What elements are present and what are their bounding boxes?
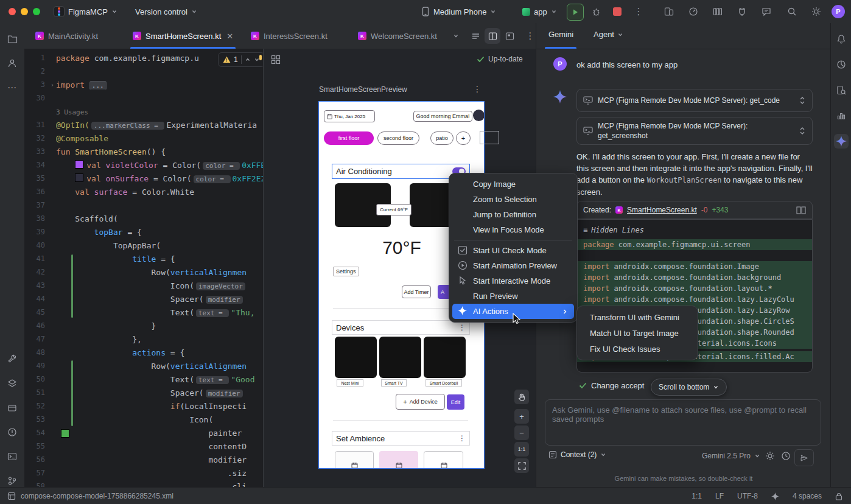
filter-chip-second-floor[interactable]: second floor: [377, 131, 419, 145]
line-number[interactable]: 40: [24, 241, 49, 250]
code-line[interactable]: 35val onSurface = Color(color = 0xFF2E2: [24, 172, 263, 185]
code-line[interactable]: 36val surface = Color.White: [24, 185, 263, 198]
date-chip[interactable]: Thu, Jan 2025: [324, 110, 375, 122]
vcs-widget[interactable]: Version control: [135, 0, 197, 23]
code-line[interactable]: 33fun SmartHomeScreen() {: [24, 145, 263, 158]
menu-item-run-preview[interactable]: Run Preview: [452, 289, 574, 304]
zoom-out-button[interactable]: −: [514, 425, 529, 440]
code-line[interactable]: 40TopAppBar(: [24, 239, 263, 252]
debug-button[interactable]: [588, 4, 604, 19]
code-line[interactable]: 53Icon(: [24, 413, 263, 426]
device-card[interactable]: [424, 337, 466, 378]
code-line[interactable]: 34val violetColor = Color(color = 0xFFB: [24, 158, 263, 172]
code-line[interactable]: 48actions = {: [24, 346, 263, 359]
fold-icon[interactable]: ›: [49, 82, 56, 88]
code-line[interactable]: 51Spacer(modifier: [24, 386, 263, 399]
line-number[interactable]: 58: [24, 482, 49, 487]
preview-grid-icon[interactable]: [271, 55, 281, 65]
inspection-widget[interactable]: 1: [218, 52, 263, 67]
code-line[interactable]: 38Scaffold(: [24, 212, 263, 225]
code-line[interactable]: 3 Usages: [24, 105, 263, 118]
model-selector[interactable]: Gemini 2.5 Pro: [702, 452, 760, 460]
line-number[interactable]: 41: [24, 254, 49, 263]
gemini-prompt-input[interactable]: [545, 399, 821, 446]
run-configuration-selector[interactable]: app: [522, 0, 557, 23]
split-view-button[interactable]: [485, 28, 500, 44]
plugins-button[interactable]: [734, 4, 750, 19]
code-line[interactable]: 54painter: [24, 426, 263, 439]
line-number[interactable]: 49: [24, 362, 49, 370]
code-editor[interactable]: 1package com.example.figmamcp.u 2 3›impo…: [24, 49, 263, 487]
line-number[interactable]: 52: [24, 402, 49, 410]
add-floor-chip[interactable]: +: [456, 131, 471, 145]
folded-region[interactable]: ...: [89, 81, 107, 89]
mcp-call-card[interactable]: MCP (Figma Remote Dev Mode MCP Server): …: [576, 117, 813, 145]
project-folder-icon[interactable]: [5, 32, 19, 46]
device-card[interactable]: [379, 337, 421, 378]
send-button[interactable]: [794, 449, 814, 466]
code-line[interactable]: 42Row(verticalAlignmen: [24, 265, 263, 279]
section-kebab-icon[interactable]: ⋮: [458, 323, 466, 332]
code-line[interactable]: 49Row(verticalAlignmen: [24, 359, 263, 373]
code-line[interactable]: 57.siz: [24, 466, 263, 480]
line-number[interactable]: 54: [24, 429, 49, 437]
color-swatch[interactable]: [75, 173, 83, 182]
line-number[interactable]: 35: [24, 174, 49, 183]
menu-item-start-interactive-mode[interactable]: Start Interactive Mode: [452, 273, 574, 289]
tab-welcomescreen[interactable]: K WelcomeScreen.kt: [352, 23, 443, 49]
menu-item-zoom-to-selection[interactable]: Zoom to Selection: [452, 192, 574, 207]
usages-hint[interactable]: 3 Usages: [56, 108, 88, 116]
tab-interestsscreen[interactable]: K InterestsScreen.kt: [245, 23, 334, 49]
indent-setting[interactable]: 4 spaces: [793, 492, 822, 500]
code-line[interactable]: 39topBar = {: [24, 225, 263, 239]
code-line[interactable]: 3›import ...: [24, 78, 263, 91]
edit-button[interactable]: Edit: [447, 394, 464, 410]
menu-item-view-in-focus-mode[interactable]: View in Focus Mode: [452, 222, 574, 237]
code-line[interactable]: 50Text(text = "Good: [24, 373, 263, 386]
error-stripe-mark[interactable]: [259, 55, 262, 60]
design-view-button[interactable]: [502, 28, 517, 44]
menu-item-start-animation-preview[interactable]: Start Animation Preview: [452, 258, 574, 273]
code-line[interactable]: 56modifier: [24, 453, 263, 466]
submenu-item-transform-ui[interactable]: Transform UI with Gemini: [580, 309, 695, 325]
line-separator[interactable]: LF: [715, 492, 724, 500]
file-encoding[interactable]: UTF-8: [737, 492, 758, 500]
submenu-item-fix-ui-check[interactable]: Fix UI Check Issues: [580, 341, 695, 357]
more-tabs-button[interactable]: [448, 28, 464, 44]
menu-item-start-ui-check-mode[interactable]: Start UI Check Mode: [452, 243, 574, 258]
line-number[interactable]: 51: [24, 388, 49, 397]
code-line[interactable]: 47},: [24, 332, 263, 346]
menu-item-jump-to-definition[interactable]: Jump to Definition: [452, 207, 574, 222]
hidden-lines-row[interactable]: ≡ Hidden Lines: [577, 225, 812, 236]
section-kebab-icon[interactable]: ⋮: [458, 434, 466, 443]
line-number[interactable]: 1: [24, 54, 49, 62]
search-everywhere-button[interactable]: [784, 4, 800, 19]
line-number[interactable]: 38: [24, 214, 49, 223]
tab-agent[interactable]: Agent: [594, 30, 623, 39]
line-number[interactable]: 30: [24, 94, 49, 102]
code-line[interactable]: 58.cli: [24, 480, 263, 487]
line-number[interactable]: 36: [24, 187, 49, 196]
user-avatar[interactable]: P: [832, 5, 845, 18]
problems-icon[interactable]: [5, 425, 19, 439]
prompt-settings-button[interactable]: [765, 451, 775, 461]
scroll-to-bottom-button[interactable]: Scroll to bottom: [651, 379, 727, 396]
cursor-position[interactable]: 1:1: [692, 492, 702, 500]
tab-mainactivity[interactable]: K MainActivity.kt: [29, 23, 104, 49]
zoom-to-fit-button[interactable]: [514, 458, 529, 473]
tab-gemini[interactable]: Gemini: [548, 30, 573, 39]
menu-item-copy-image[interactable]: Copy Image: [452, 177, 574, 192]
editor-layout-button[interactable]: [710, 4, 726, 19]
layout-inspector-icon[interactable]: [834, 83, 849, 97]
unfold-icon[interactable]: [799, 96, 806, 105]
color-swatch[interactable]: [75, 160, 83, 169]
submenu-item-match-ui[interactable]: Match UI to Target Image: [580, 325, 695, 341]
section-devices[interactable]: Devices ⋮: [332, 320, 470, 335]
line-number[interactable]: 32: [24, 134, 49, 142]
settings-button[interactable]: [808, 4, 824, 19]
unfold-icon[interactable]: [799, 127, 806, 135]
mcp-call-card[interactable]: MCP (Figma Remote Dev Mode MCP Server): …: [576, 89, 813, 112]
code-line[interactable]: 52if(LocalInspecti: [24, 399, 263, 413]
zoom-reset-button[interactable]: 1:1: [514, 442, 529, 457]
terminal-icon[interactable]: [5, 449, 19, 464]
